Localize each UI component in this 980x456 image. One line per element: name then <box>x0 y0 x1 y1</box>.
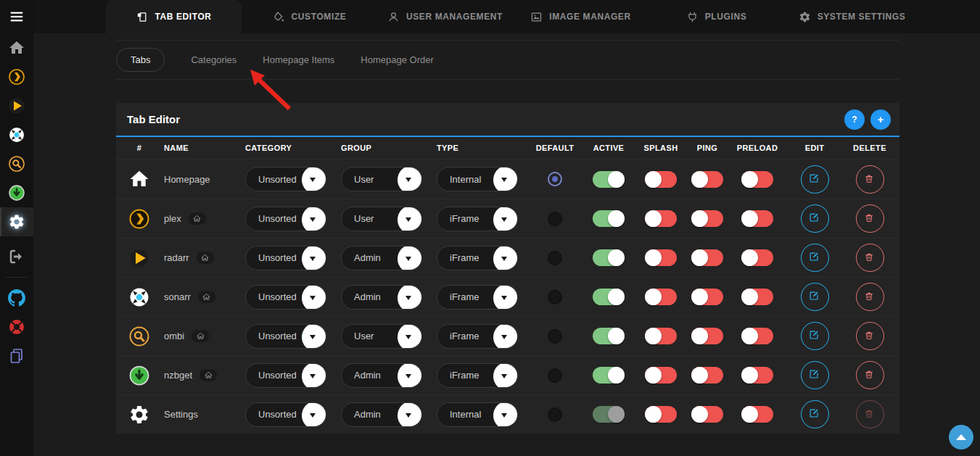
subnav-item-homepage-order[interactable]: Homepage Order <box>361 54 433 65</box>
default-radio[interactable] <box>548 212 562 226</box>
toggle-ping[interactable] <box>691 289 723 305</box>
sidebar-item-settings[interactable] <box>0 207 33 236</box>
toggle-ping[interactable] <box>691 171 723 188</box>
sidebar-item-home[interactable] <box>0 33 33 62</box>
select-group[interactable]: Admin <box>341 246 422 270</box>
toggle-splash[interactable] <box>645 249 677 266</box>
edit-button[interactable] <box>801 204 829 233</box>
select-category[interactable]: Unsorted <box>245 207 326 231</box>
top-tab-image-manager[interactable]: IMAGE MANAGER <box>513 0 648 33</box>
select-type[interactable]: Internal <box>437 402 518 427</box>
select-type[interactable]: iFrame <box>437 324 518 349</box>
edit-button[interactable] <box>801 165 829 194</box>
default-radio[interactable] <box>548 407 562 422</box>
edit-button[interactable] <box>801 361 829 389</box>
default-radio[interactable] <box>548 368 562 383</box>
top-tab-customize[interactable]: CUSTOMIZE <box>242 0 377 33</box>
select-group[interactable]: User <box>341 324 422 349</box>
table-row: HomepageUnsortedUserInternal <box>116 159 899 199</box>
toggle-active[interactable] <box>593 249 625 266</box>
toggle-active[interactable] <box>593 328 625 344</box>
top-tab-plugins[interactable]: PLUGINS <box>648 0 784 33</box>
sidebar-item-logout[interactable] <box>0 242 33 271</box>
scroll-to-top-button[interactable] <box>949 425 973 449</box>
help-button[interactable]: ? <box>844 109 865 130</box>
select-type[interactable]: iFrame <box>437 207 518 231</box>
toggle-splash[interactable] <box>645 210 677 227</box>
sidebar-item-menu[interactable] <box>0 0 33 33</box>
settings-subnav: TabsCategoriesHomepage ItemsHomepage Ord… <box>116 40 899 80</box>
sidebar-item-ombi[interactable] <box>0 149 33 178</box>
toggle-active[interactable] <box>593 289 625 305</box>
default-radio[interactable] <box>548 251 562 265</box>
top-tab-tab-editor[interactable]: TAB EDITOR <box>106 0 242 33</box>
toggle-splash[interactable] <box>645 171 677 188</box>
select-category[interactable]: Unsorted <box>245 167 326 191</box>
edit-button[interactable] <box>801 244 829 272</box>
edit-icon <box>809 330 821 342</box>
toggle-preload[interactable] <box>741 210 773 227</box>
toggle-splash[interactable] <box>645 367 677 384</box>
toggle-ping[interactable] <box>691 210 723 227</box>
top-tab-system-settings[interactable]: SYSTEM SETTINGS <box>784 0 920 33</box>
column-header-num: # <box>119 144 160 152</box>
top-tab-user-management[interactable]: USER MANAGEMENT <box>377 0 513 33</box>
subnav-item-homepage-items[interactable]: Homepage Items <box>263 54 334 65</box>
sidebar-item-plex[interactable] <box>0 62 33 91</box>
delete-button[interactable] <box>856 361 884 389</box>
toggle-preload[interactable] <box>741 171 773 188</box>
sidebar-item-nzbget[interactable] <box>0 178 33 207</box>
delete-button[interactable] <box>856 204 884 233</box>
default-radio[interactable] <box>548 172 562 186</box>
sidebar-item-github[interactable] <box>0 283 33 312</box>
select-type[interactable]: iFrame <box>437 285 518 310</box>
toggle-ping[interactable] <box>691 249 723 266</box>
select-group[interactable]: User <box>341 167 422 191</box>
select-type[interactable]: iFrame <box>437 246 518 270</box>
toggle-active[interactable] <box>593 367 625 384</box>
default-radio[interactable] <box>548 290 562 304</box>
add-tab-button[interactable]: + <box>870 109 891 130</box>
default-radio[interactable] <box>548 329 562 344</box>
select-category[interactable]: Unsorted <box>245 285 326 310</box>
toggle-preload[interactable] <box>741 289 773 305</box>
select-category[interactable]: Unsorted <box>245 363 326 388</box>
delete-button[interactable] <box>856 283 884 311</box>
toggle-preload[interactable] <box>741 328 773 344</box>
toggle-active[interactable] <box>593 210 625 227</box>
select-category[interactable]: Unsorted <box>245 246 326 270</box>
sidebar-item-support[interactable] <box>0 312 33 341</box>
select-type[interactable]: iFrame <box>437 363 518 388</box>
select-category[interactable]: Unsorted <box>245 324 326 349</box>
edit-button[interactable] <box>801 322 829 350</box>
sidebar-item-sonarr[interactable] <box>0 120 33 149</box>
column-header-type: TYPE <box>432 144 528 152</box>
toggle-active[interactable] <box>593 171 625 188</box>
toggle-splash[interactable] <box>645 328 677 344</box>
toggle-preload[interactable] <box>741 406 773 423</box>
toggle-ping[interactable] <box>691 367 723 384</box>
select-group[interactable]: Admin <box>341 402 422 427</box>
select-category[interactable]: Unsorted <box>245 402 326 427</box>
edit-button[interactable] <box>801 400 829 428</box>
sidebar-item-radarr[interactable] <box>0 91 33 120</box>
panel-actions: ? + <box>844 109 891 130</box>
subnav-item-categories[interactable]: Categories <box>191 54 236 65</box>
toggle-preload[interactable] <box>741 249 773 266</box>
subnav-item-tabs[interactable]: Tabs <box>116 48 165 72</box>
delete-button[interactable] <box>856 244 884 272</box>
edit-button[interactable] <box>801 283 829 311</box>
delete-button[interactable] <box>856 322 884 350</box>
select-group[interactable]: User <box>341 207 422 231</box>
select-type[interactable]: Internal <box>437 167 518 191</box>
select-group[interactable]: Admin <box>341 363 422 388</box>
toggle-ping[interactable] <box>691 328 723 344</box>
sidebar-item-docs[interactable] <box>0 341 33 370</box>
toggle-splash[interactable] <box>645 289 677 305</box>
delete-button[interactable] <box>856 165 884 194</box>
toggle-preload[interactable] <box>741 367 773 384</box>
select-group[interactable]: Admin <box>341 285 422 310</box>
tab-name: radarr <box>164 252 189 263</box>
toggle-ping[interactable] <box>691 406 723 423</box>
toggle-splash[interactable] <box>645 406 677 423</box>
